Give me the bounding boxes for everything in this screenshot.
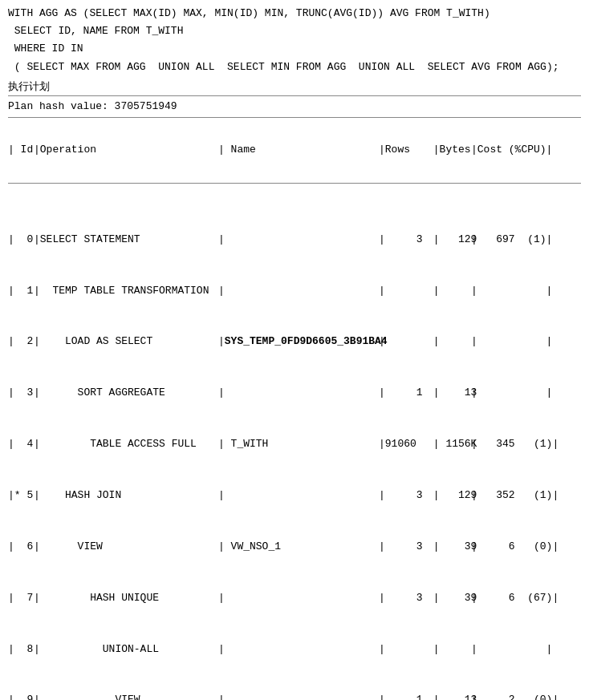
header-divider xyxy=(8,183,581,184)
plan-row-0: | 0 |SELECT STATEMENT | | 3 | 129 | 697 … xyxy=(8,233,581,248)
plan-row-4: | 4 | TABLE ACCESS FULL | T_WITH |91060 … xyxy=(8,437,581,452)
col-id: | Id xyxy=(8,143,34,158)
sql-block: WITH AGG AS (SELECT MAX(ID) MAX, MIN(ID)… xyxy=(8,6,581,75)
plan-row-2: | 2 | LOAD AS SELECT |SYS_TEMP_0FD9D6605… xyxy=(8,334,581,350)
plan-row-3: | 3 | SORT AGGREGATE | | 1 | 13 | | xyxy=(8,386,581,401)
plan-row-7: | 7 | HASH UNIQUE | | 3 | 39 | 6 (67)| xyxy=(8,591,581,606)
plan-hash: Plan hash value: 3705751949 xyxy=(8,99,581,114)
sql-line4: ( SELECT MAX FROM AGG UNION ALL SELECT M… xyxy=(8,60,581,75)
plan-row-6: | 6 | VIEW | VW_NSO_1 | 3 | 39 | 6 (0)| xyxy=(8,540,581,555)
col-rows: |Rows xyxy=(379,143,427,158)
sql-line2: SELECT ID, NAME FROM T_WITH xyxy=(8,24,581,38)
plan-row-9: | 9 | VIEW | | 1 | 13 | 2 (0)| xyxy=(8,693,581,700)
plan-row-8: | 8 | UNION-ALL | | | | | xyxy=(8,642,581,658)
plan-table-container: | Id |Operation | Name |Rows |Bytes |Cos… xyxy=(8,117,581,700)
sql-line1: WITH AGG AS (SELECT MAX(ID) MAX, MIN(ID)… xyxy=(8,6,581,21)
plan-header-row: | Id |Operation | Name |Rows |Bytes |Cos… xyxy=(8,143,581,158)
top-divider xyxy=(8,95,581,96)
execution-plan-title: 执行计划 xyxy=(8,79,581,94)
plan-row-1: | 1 | TEMP TABLE TRANSFORMATION | | | | … xyxy=(8,284,581,299)
plan-table-border-top: | Id |Operation | Name |Rows |Bytes |Cos… xyxy=(8,117,581,700)
sql-line3: WHERE ID IN xyxy=(8,42,581,56)
col-bytes: |Bytes xyxy=(427,143,471,158)
col-operation: |Operation xyxy=(34,143,218,158)
col-name: | Name xyxy=(218,143,379,158)
plan-row-5: |* 5 | HASH JOIN | | 3 | 129 | 352 (1)| xyxy=(8,488,581,504)
col-cost: |Cost (%CPU)| xyxy=(471,143,552,158)
